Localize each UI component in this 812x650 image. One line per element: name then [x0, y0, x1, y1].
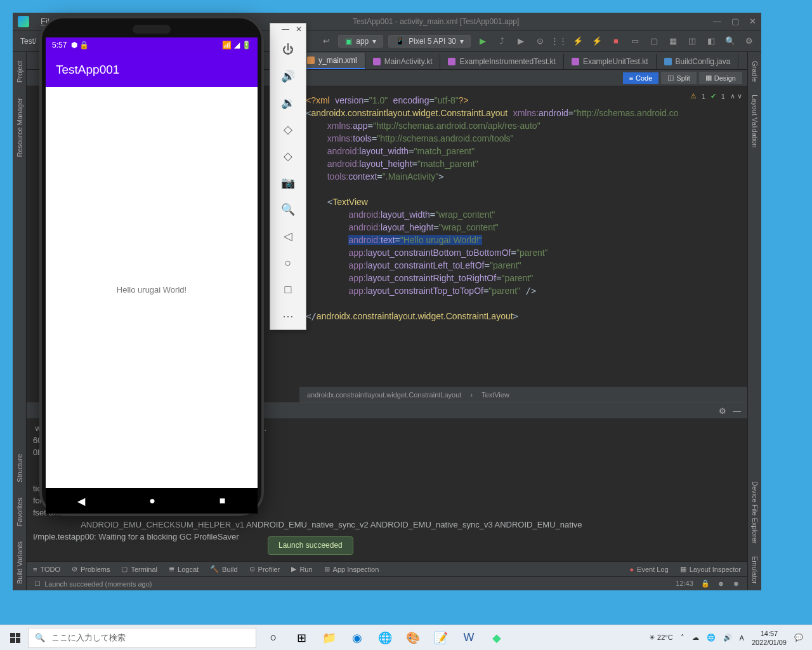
start-button[interactable] — [3, 625, 28, 651]
hide-icon[interactable]: — — [733, 406, 741, 416]
system-tray: ☀ 22°C ˄ ☁ 🌐 🔊 A 14:572022/01/09 💬 — [643, 629, 809, 647]
tool-emulator[interactable]: Emulator — [750, 550, 760, 590]
tray-network-icon[interactable]: 🌐 — [707, 633, 716, 642]
tab-example-unit[interactable]: ExampleUnitTest.kt — [564, 54, 657, 69]
android-status-bar: 5:57 ⬢ 🔒 📶 ◢ 🔋 — [46, 37, 258, 53]
device-selector[interactable]: 📱Pixel 5 API 30▾ — [388, 35, 471, 48]
tab-build-config[interactable]: BuildConfig.java — [657, 54, 739, 69]
tab-main-activity[interactable]: MainActivity.kt — [365, 54, 441, 69]
emu-zoom-icon[interactable]: 🔍 — [270, 196, 306, 223]
emu-home-icon[interactable]: ○ — [270, 249, 306, 276]
run-icon[interactable]: ▶ — [476, 34, 490, 48]
layout-icon[interactable]: ▦ — [666, 34, 680, 48]
taskbar-search[interactable]: 🔍 ここに入力して検索 — [28, 628, 256, 648]
app-bar: TestApp001 — [46, 53, 258, 87]
settings-icon[interactable]: ⚙ — [742, 34, 756, 48]
tool-project[interactable]: Project — [15, 55, 25, 89]
nav-back-icon[interactable]: ◀ — [77, 495, 85, 507]
emu-back-icon[interactable]: ◁ — [270, 223, 306, 249]
emu-volume-up-icon[interactable]: 🔊 — [270, 63, 306, 90]
emu-overview-icon[interactable]: □ — [270, 276, 306, 303]
coverage-icon[interactable]: ▶ — [514, 34, 528, 48]
emu-more-icon[interactable]: ⋯ — [270, 303, 306, 329]
tool-terminal[interactable]: ▢ Terminal — [121, 565, 157, 573]
task-cortana-icon[interactable]: ○ — [260, 625, 287, 651]
emu-minimize-icon[interactable]: — — [282, 25, 289, 35]
emu-power-icon[interactable]: ⏻ — [270, 36, 306, 63]
tool-problems[interactable]: ⊘ Problems — [72, 565, 110, 573]
sync-icon[interactable]: ↩ — [319, 34, 333, 48]
tool-favorites[interactable]: Favorites — [15, 491, 25, 533]
emulator-toolbar: —✕ ⏻ 🔊 🔉 ◇ ◇ 📷 🔍 ◁ ○ □ ⋯ — [270, 23, 306, 330]
right-tool-gutter: Gradle Layout Validation Device File Exp… — [747, 52, 761, 590]
minimize-icon[interactable]: — — [713, 17, 721, 26]
weather-widget[interactable]: ☀ 22°C — [649, 633, 673, 642]
tool-app-inspection[interactable]: ⊞ App Inspection — [324, 565, 379, 573]
tool-event-log[interactable]: ● Event Log — [629, 566, 668, 573]
nav-recent-icon[interactable]: ■ — [219, 495, 226, 507]
tool-profiler[interactable]: ⊙ Profiler — [249, 565, 280, 573]
tool-layout-inspector[interactable]: ▦ Layout Inspector — [680, 565, 741, 573]
windows-taskbar: 🔍 ここに入力して検索 ○ ⊞ 📁 ◉ 🌐 🎨 📝 W ◆ ☀ 22°C ˄ ☁… — [0, 625, 812, 650]
layout3-icon[interactable]: ◧ — [704, 34, 718, 48]
close-icon[interactable]: ✕ — [749, 17, 756, 26]
tool-layout-validation[interactable]: Layout Validation — [750, 88, 760, 154]
emu-rotate-right-icon[interactable]: ◇ — [270, 143, 306, 169]
task-chrome-icon[interactable]: 🌐 — [372, 625, 398, 651]
tool-build-variants[interactable]: Build Variants — [15, 535, 25, 590]
task-android-studio-icon[interactable]: ◆ — [483, 625, 510, 651]
task-word-icon[interactable]: W — [455, 625, 482, 651]
maximize-icon[interactable]: ▢ — [731, 17, 739, 26]
gear-icon[interactable]: ⚙ — [719, 406, 726, 416]
apply-code-icon[interactable]: ⚡ — [590, 34, 604, 48]
view-code-btn[interactable]: ≡ Code — [623, 72, 659, 84]
face2-icon[interactable]: ☻ — [732, 580, 740, 588]
nav-home-icon[interactable]: ● — [149, 495, 155, 507]
emu-rotate-left-icon[interactable]: ◇ — [270, 116, 306, 143]
tray-onedrive-icon[interactable]: ☁ — [692, 633, 699, 642]
tool-logcat[interactable]: ≣ Logcat — [169, 565, 199, 573]
sdk-icon[interactable]: ▢ — [647, 34, 661, 48]
emu-screenshot-icon[interactable]: 📷 — [270, 169, 306, 196]
avd-icon[interactable]: ▭ — [628, 34, 642, 48]
tool-build[interactable]: 🔨 Build — [210, 565, 237, 573]
tab-activity-main[interactable]: y_main.xml — [299, 53, 365, 69]
apply-changes-icon[interactable]: ⚡ — [571, 34, 585, 48]
debug-icon[interactable]: ⤴ — [495, 34, 509, 48]
taskbar-clock[interactable]: 14:572022/01/09 — [752, 629, 787, 647]
view-split-btn[interactable]: ◫ Split — [661, 72, 696, 84]
tool-structure[interactable]: Structure — [15, 448, 25, 489]
phone-notch — [133, 25, 171, 34]
tray-ime-icon[interactable]: A — [740, 634, 744, 642]
tray-chevron-icon[interactable]: ˄ — [681, 633, 684, 642]
tray-volume-icon[interactable]: 🔊 — [723, 633, 732, 642]
tool-gradle[interactable]: Gradle — [750, 55, 760, 88]
task-explorer-icon[interactable]: 📁 — [316, 625, 343, 651]
emu-close-icon[interactable]: ✕ — [296, 25, 302, 35]
task-notes-icon[interactable]: 📝 — [428, 625, 454, 651]
run-config-selector[interactable]: ▣app▾ — [338, 35, 383, 48]
view-design-btn[interactable]: ▦ Design — [699, 72, 742, 84]
inspection-summary[interactable]: ⚠1 ✔1 ∧ ∨ — [690, 92, 742, 100]
phone-screen[interactable]: 5:57 ⬢ 🔒 📶 ◢ 🔋 TestApp001 Hello urugai W… — [46, 37, 258, 492]
task-taskview-icon[interactable]: ⊞ — [288, 625, 315, 651]
tool-todo[interactable]: ≡ TODO — [33, 566, 60, 573]
tab-example-instrumented[interactable]: ExampleInstrumentedTest.kt — [440, 54, 563, 69]
editor-breadcrumb[interactable]: androidx.constraintlayout.widget.Constra… — [299, 386, 747, 402]
lock-icon[interactable]: 🔒 — [701, 580, 710, 588]
code-content[interactable]: <?xml version="1.0" encoding="utf-8"?> <… — [299, 86, 747, 383]
face1-icon[interactable]: ☻ — [717, 580, 725, 588]
task-paint-icon[interactable]: 🎨 — [400, 625, 426, 651]
attach-debugger-icon[interactable]: ⋮⋮ — [552, 34, 566, 48]
search-icon[interactable]: 🔍 — [723, 34, 737, 48]
tool-resource-manager[interactable]: Resource Manager — [15, 91, 25, 164]
app-logo-icon — [18, 16, 29, 27]
task-edge-icon[interactable]: ◉ — [344, 625, 370, 651]
stop-icon[interactable]: ■ — [609, 34, 623, 48]
profile-icon[interactable]: ⊙ — [533, 34, 547, 48]
tool-run[interactable]: ▶ Run — [291, 565, 312, 573]
tool-device-file-explorer[interactable]: Device File Explorer — [750, 475, 760, 550]
layout2-icon[interactable]: ◫ — [685, 34, 699, 48]
tray-notifications-icon[interactable]: 💬 — [794, 633, 803, 642]
emu-volume-down-icon[interactable]: 🔉 — [270, 90, 306, 116]
